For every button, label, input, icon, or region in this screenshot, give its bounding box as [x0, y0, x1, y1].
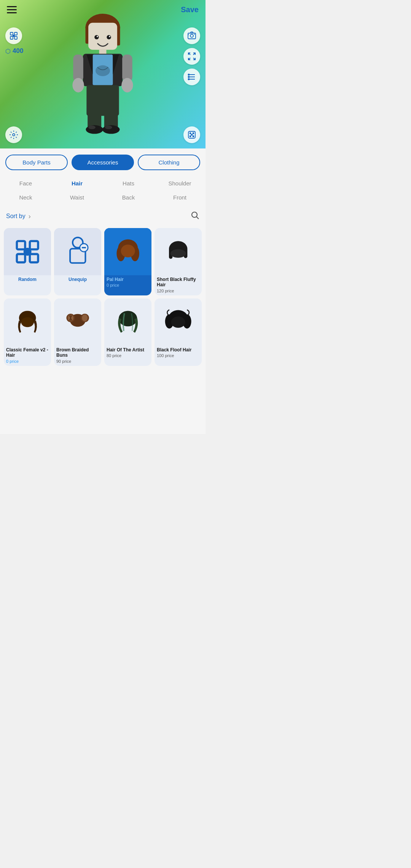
svg-rect-2 — [10, 37, 13, 39]
svg-point-45 — [192, 212, 197, 217]
item-black-floof[interactable]: Black Floof Hair 100 price — [155, 298, 202, 366]
svg-point-26 — [96, 65, 110, 76]
svg-point-65 — [21, 317, 33, 327]
item-unequip[interactable]: Unequip — [54, 228, 101, 295]
svg-point-41 — [193, 133, 194, 134]
item-hair-artist[interactable]: Hair Of The Artist 80 price — [104, 298, 151, 366]
subcat-front[interactable]: Front — [154, 190, 206, 204]
left-panel: ⬡ 400 — [5, 27, 23, 55]
subcat-hats[interactable]: Hats — [103, 176, 154, 190]
sort-label[interactable]: Sort by — [6, 213, 25, 220]
svg-point-42 — [190, 136, 191, 137]
svg-point-17 — [94, 35, 99, 39]
tab-clothing[interactable]: Clothing — [138, 155, 200, 170]
list-button[interactable] — [183, 69, 200, 85]
item-classic-female-thumbnail — [4, 298, 51, 346]
item-short-black-fluffy-price: 120 price — [155, 288, 202, 295]
svg-point-40 — [190, 133, 191, 134]
svg-rect-32 — [88, 103, 101, 128]
item-classic-female-price: 0 price — [4, 358, 51, 366]
svg-point-29 — [72, 78, 84, 93]
item-pal-hair-thumbnail — [104, 228, 151, 275]
subcat-shoulder[interactable]: Shoulder — [154, 176, 206, 190]
right-panel — [183, 27, 200, 85]
svg-rect-28 — [122, 54, 132, 81]
svg-point-37 — [105, 126, 112, 129]
save-button[interactable]: Save — [181, 5, 199, 14]
fullscreen-button[interactable] — [183, 48, 200, 65]
photo-button[interactable] — [183, 27, 200, 44]
item-short-black-fluffy-thumbnail — [155, 228, 202, 275]
item-random-label: Random — [4, 275, 51, 282]
menu-button[interactable] — [7, 6, 17, 13]
item-brown-braided-price: 90 price — [54, 358, 101, 366]
item-pal-hair-price: 0 price — [104, 282, 151, 290]
item-random-thumbnail — [4, 228, 51, 275]
tab-body-parts[interactable]: Body Parts — [5, 155, 68, 170]
avatar-character — [65, 8, 141, 145]
subcat-face[interactable]: Face — [0, 176, 51, 190]
sort-bar: Sort by › — [0, 207, 206, 225]
coin-display: ⬡ 400 — [5, 47, 23, 55]
sort-arrow-icon: › — [29, 212, 31, 220]
avatar-area: Save ⬡ 400 — [0, 0, 206, 148]
svg-point-36 — [88, 126, 96, 129]
sort-left: Sort by › — [6, 212, 31, 220]
subcat-neck[interactable]: Neck — [0, 190, 51, 204]
svg-point-11 — [188, 77, 190, 78]
svg-point-12 — [188, 79, 190, 80]
category-tabs: Body Parts Accessories Clothing — [0, 148, 206, 175]
items-grid: Random Unequip Pal Hair — [0, 225, 206, 369]
svg-point-63 — [170, 249, 186, 257]
item-random[interactable]: Random — [4, 228, 51, 295]
svg-point-70 — [82, 314, 88, 321]
item-unequip-thumbnail — [54, 228, 101, 275]
item-brown-braided[interactable]: Brown Braided Buns 90 price — [54, 298, 101, 366]
item-unequip-label: Unequip — [54, 275, 101, 282]
avatar-customize-button[interactable] — [5, 27, 22, 44]
item-brown-braided-label: Brown Braided Buns — [54, 346, 101, 358]
dice-button[interactable] — [183, 126, 200, 143]
svg-rect-27 — [73, 54, 83, 81]
svg-point-10 — [188, 74, 190, 75]
item-classic-female-label: Classic Female v2 - Hair — [4, 346, 51, 358]
sub-categories: Face Hair Hats Shoulder Neck Waist Back … — [0, 175, 206, 207]
svg-point-20 — [109, 36, 110, 37]
item-pal-hair[interactable]: Pal Hair 0 price — [104, 228, 151, 295]
item-classic-female[interactable]: Classic Female v2 - Hair 0 price — [4, 298, 51, 366]
svg-rect-3 — [14, 37, 17, 39]
bottom-panel: Body Parts Accessories Clothing Face Hai… — [0, 148, 206, 434]
settings-button[interactable] — [5, 126, 22, 143]
top-bar: Save — [0, 0, 206, 19]
svg-point-6 — [190, 34, 193, 37]
item-black-floof-thumbnail — [155, 298, 202, 346]
item-hair-artist-thumbnail — [104, 298, 151, 346]
item-black-floof-price: 100 price — [155, 353, 202, 360]
svg-rect-0 — [10, 32, 13, 35]
svg-rect-50 — [30, 254, 38, 262]
tab-accessories[interactable]: Accessories — [72, 155, 134, 170]
search-button[interactable] — [190, 211, 199, 222]
svg-point-38 — [13, 134, 15, 136]
svg-point-59 — [121, 244, 135, 257]
subcat-waist[interactable]: Waist — [51, 190, 103, 204]
subcat-back[interactable]: Back — [103, 190, 154, 204]
svg-point-74 — [119, 311, 137, 326]
svg-point-43 — [193, 136, 194, 137]
svg-rect-47 — [17, 241, 25, 249]
item-pal-hair-label: Pal Hair — [104, 275, 151, 282]
svg-point-30 — [121, 78, 133, 93]
item-brown-braided-thumbnail — [54, 298, 101, 346]
svg-point-4 — [13, 35, 14, 37]
svg-point-78 — [171, 316, 185, 328]
subcat-hair[interactable]: Hair — [51, 176, 103, 190]
item-hair-artist-label: Hair Of The Artist — [104, 346, 151, 353]
svg-point-44 — [191, 134, 193, 136]
svg-rect-1 — [14, 32, 17, 35]
svg-rect-49 — [17, 254, 25, 262]
svg-point-18 — [107, 35, 111, 39]
item-short-black-fluffy[interactable]: Short Black Fluffy Hair 120 price — [155, 228, 202, 295]
svg-line-46 — [197, 217, 199, 219]
item-short-black-fluffy-label: Short Black Fluffy Hair — [155, 275, 202, 288]
svg-point-19 — [97, 36, 98, 37]
